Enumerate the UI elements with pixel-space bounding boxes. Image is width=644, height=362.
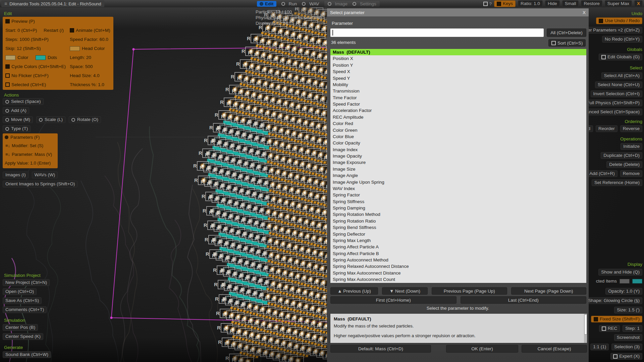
parameter-list-item[interactable]: Speed Y: [330, 75, 586, 81]
parameter-list-item[interactable]: Time Factor: [330, 95, 586, 101]
full-physics-button[interactable]: Full Physics (Ctrl+Shift+P): [584, 100, 642, 106]
parameter-list-item[interactable]: Position X: [330, 55, 586, 62]
parameter-list-item[interactable]: Spring Max Autoconnect Count: [330, 276, 586, 283]
action-parameters-radio[interactable]: Parameters (F): [5, 135, 40, 140]
rec-checkbox[interactable]: REC: [599, 325, 620, 332]
head-size-field[interactable]: Head Size: 4.0: [70, 73, 100, 78]
parameter-list-item[interactable]: Spring Deflector: [330, 231, 586, 237]
parameter-list-item[interactable]: Spring Damping: [330, 205, 586, 211]
color-picker[interactable]: Color: [5, 55, 28, 60]
parameter-list-item[interactable]: Mobility: [330, 81, 586, 88]
duplicate-button[interactable]: Duplicate (Ctrl+D): [601, 152, 642, 159]
first-button[interactable]: First (Ctrl+Home): [330, 296, 457, 304]
parameter-list-item[interactable]: Color Opacity: [330, 140, 586, 146]
alter-parameters-button[interactable]: ter Parameters +2 (Ctrl+Z): [584, 27, 642, 34]
hide-button[interactable]: Hide: [545, 0, 560, 7]
preview-checkbox[interactable]: Preview (P): [5, 19, 35, 24]
steps-field[interactable]: Steps: 1000 (Shift+P): [5, 37, 49, 42]
step-field[interactable]: Step: 1: [623, 325, 642, 332]
comments-button[interactable]: Comments (Ctrl+T): [3, 306, 47, 313]
previous-button[interactable]: ▲ Previous (Up): [330, 287, 378, 295]
parameter-filter-input[interactable]: [330, 28, 544, 37]
images-button[interactable]: Images (I): [3, 172, 29, 178]
advanced-select-button[interactable]: anced Select (Ctrl+Space): [584, 109, 642, 115]
animate-checkbox[interactable]: Animate (Ctrl+M): [70, 28, 110, 33]
parameter-list-item[interactable]: Image Opacity: [330, 153, 586, 159]
cancel-button[interactable]: Cancel (Escape): [522, 345, 587, 353]
restore-button[interactable]: Restore: [581, 0, 602, 7]
parameter-list-item[interactable]: Image Size: [330, 166, 586, 172]
tab-wav[interactable]: WAV: [302, 1, 319, 6]
thickness-field[interactable]: Thickness %: 1.0: [70, 82, 104, 87]
parameter-list-item[interactable]: Spring Rotation Method: [330, 211, 586, 218]
parameter-list-item[interactable]: Spring Affect Particle A: [330, 244, 586, 250]
wavs-button[interactable]: WAVs (W): [32, 172, 58, 178]
parameter-list-item[interactable]: Spring Factor: [330, 192, 586, 198]
parameter-list-item[interactable]: Spring Max Autoconnect Distance: [330, 270, 586, 276]
skip-field[interactable]: Skip: 12 (Shift+S): [5, 46, 41, 51]
screenshot-button[interactable]: Screenshot: [614, 334, 642, 341]
select-none-button[interactable]: Select None (Ctrl+U): [595, 81, 642, 88]
invert-selection-button[interactable]: Invert Selection (Ctrl+I): [591, 90, 642, 97]
dots-color-swatch[interactable]: [36, 55, 46, 60]
last-button[interactable]: Last (Ctrl+End): [461, 296, 587, 304]
parameter-list-item[interactable]: Color Blue: [330, 133, 586, 140]
space-field[interactable]: Space: 500: [70, 64, 93, 69]
super-max-button[interactable]: Super Max: [605, 0, 632, 7]
head-color-swatch[interactable]: [70, 46, 80, 51]
parameter-list-item[interactable]: Spring Rotation Ratio: [330, 218, 586, 224]
parameter-list-item[interactable]: Mass (DEFAULT): [330, 49, 586, 55]
speed-factor-field[interactable]: Speed Factor: 60.0: [70, 37, 108, 42]
fixed-size-checkbox[interactable]: Fixed Size (Shift+F): [591, 316, 642, 322]
description-scrollbar[interactable]: [584, 314, 587, 343]
opacity-field[interactable]: Opacity: 1.0 (Y): [605, 288, 642, 295]
parameter-list-item[interactable]: Spring Max Length: [330, 237, 586, 244]
one-to-one-button[interactable]: 1:1 (1): [590, 344, 609, 350]
remove-button[interactable]: Remove: [620, 170, 642, 177]
action-scale-radio[interactable]: Scale (L): [36, 116, 65, 123]
orient-images-button[interactable]: Orient Images to Springs (Shift+O): [3, 181, 77, 187]
selected-checkbox[interactable]: Selected (Ctrl+E): [5, 82, 46, 87]
head-color-picker[interactable]: Head Color: [70, 46, 105, 51]
keys-checkbox[interactable]: Keys: [494, 0, 516, 7]
default-button[interactable]: Default: Mass (Ctrl+D): [330, 345, 431, 353]
parameter-list-item[interactable]: Spring Autoconnect Method: [330, 257, 586, 263]
previous-page-button[interactable]: Previous Page (Page Up): [432, 287, 507, 295]
dots-color-picker[interactable]: Dots: [36, 55, 57, 60]
parameter-list-item[interactable]: Image Exposure: [330, 159, 586, 166]
scrollbar-thumb[interactable]: [584, 314, 587, 335]
app-menu[interactable]: ≡ Dilonardo Tools 2025.05.04.1: Edit - R…: [1, 0, 104, 7]
action-move-radio[interactable]: Move (M): [3, 116, 33, 123]
parameter-list-item[interactable]: Position Y: [330, 62, 586, 68]
parameter-list-item[interactable]: Spring Affect Particle B: [330, 250, 586, 257]
apply-value-button[interactable]: Apply Value: 1.0 (Enter): [5, 161, 51, 166]
parameter-list-item[interactable]: Image Angle Upon Spring: [330, 179, 586, 185]
edit-globals-checkbox[interactable]: Edit Globals (G): [599, 54, 642, 60]
parameter-list-item[interactable]: Speed Factor: [330, 101, 586, 107]
length-field[interactable]: Length: 20: [70, 55, 91, 60]
use-undo-checkbox[interactable]: Use Undo / Redo: [596, 17, 642, 24]
color-swatch[interactable]: [5, 55, 15, 60]
reorder-button[interactable]: Reorder: [596, 125, 618, 132]
dialog-title-bar[interactable]: Select parameter X: [327, 8, 589, 16]
action-add-radio[interactable]: Add (A): [3, 107, 29, 114]
small-button[interactable]: Small: [562, 0, 579, 7]
expert-checkbox[interactable]: Expert (X): [610, 353, 642, 360]
tab-run[interactable]: Run: [281, 1, 297, 6]
start-field[interactable]: Start: 0 (Ctrl+P): [5, 28, 37, 33]
no-redo-button[interactable]: No Redo (Ctrl+Y): [602, 36, 642, 43]
parameter-list-item[interactable]: Spring Relaxed Autoconnect Distance: [330, 263, 586, 269]
open-button[interactable]: Open (Ctrl+O): [3, 288, 37, 295]
modifier-dropdown[interactable]: ≡↓Modifier: Set (S): [5, 143, 43, 148]
save-as-button[interactable]: Save As (Ctrl+S): [3, 297, 42, 304]
select-all-button[interactable]: Select All (Ctrl+A): [601, 72, 642, 79]
all-button[interactable]: All (Ctrl+Delete): [547, 28, 586, 37]
dialog-close-button[interactable]: X: [583, 10, 586, 15]
center-speed-button[interactable]: Center Speed (K): [3, 333, 43, 340]
initialize-button[interactable]: Initialize: [621, 143, 642, 150]
parameter-list-item[interactable]: Speed X: [330, 68, 586, 75]
parameter-list-item[interactable]: Image Angle: [330, 172, 586, 179]
show-and-hide-button[interactable]: Show and Hide (Q): [598, 269, 642, 276]
ratio-button[interactable]: Ratio: 1.0: [518, 0, 543, 7]
action-rotate-radio[interactable]: Rotate (O): [69, 116, 101, 123]
